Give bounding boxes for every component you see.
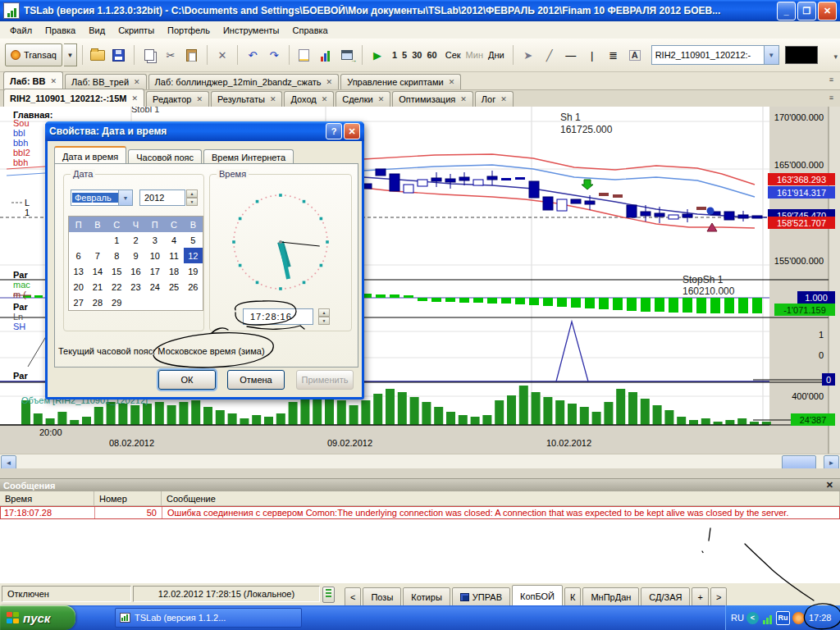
- dialog-help-button[interactable]: ?: [326, 123, 342, 139]
- interval-button[interactable]: 60: [427, 50, 436, 60]
- calendar-day[interactable]: 26: [184, 279, 203, 294]
- open-button[interactable]: [88, 44, 107, 66]
- col-message[interactable]: Сообщение: [162, 491, 840, 505]
- menu-item[interactable]: Вид: [82, 24, 112, 37]
- dialog-titlebar[interactable]: Свойства: Дата и время ? ✕: [45, 121, 364, 141]
- doc-tab[interactable]: Оптимизация✕: [392, 91, 473, 107]
- lab-tab[interactable]: Лаб: BB✕: [3, 71, 63, 89]
- transaq-dropdown-arrow[interactable]: ▼: [64, 43, 77, 66]
- hline-tool-button[interactable]: —: [561, 44, 581, 66]
- calendar-day[interactable]: 15: [107, 263, 126, 279]
- calendar-day[interactable]: 1: [107, 232, 126, 248]
- toolbar-overflow-icon[interactable]: ▾: [833, 52, 838, 61]
- copy-button[interactable]: [139, 44, 159, 66]
- workspace-tab[interactable]: СД/ЗАЯ: [641, 587, 690, 607]
- workspace-tab[interactable]: УПРАВ: [452, 587, 510, 607]
- menu-item[interactable]: Файл: [3, 24, 39, 37]
- calendar-day[interactable]: 2: [126, 232, 145, 248]
- ok-button[interactable]: ОК: [158, 370, 216, 390]
- doc-tabs-menu-icon[interactable]: ≡: [829, 94, 833, 627]
- doc-tab-close-icon[interactable]: ✕: [196, 95, 203, 103]
- chart-button[interactable]: [316, 44, 336, 66]
- year-spinner[interactable]: ▲▼: [186, 189, 198, 206]
- time-spinner[interactable]: ▲▼: [318, 308, 330, 325]
- paste-button[interactable]: [182, 44, 202, 66]
- undo-button[interactable]: ↶: [243, 44, 262, 66]
- dialog-tab[interactable]: Дата и время: [54, 146, 126, 165]
- calendar-day[interactable]: 5: [184, 232, 203, 248]
- calendar-day[interactable]: 3: [145, 232, 164, 248]
- calendar-day[interactable]: 24: [145, 279, 164, 294]
- doc-tab[interactable]: Сделки✕: [336, 91, 390, 107]
- language-indicator[interactable]: RU: [731, 613, 744, 623]
- close-button[interactable]: ✕: [818, 2, 837, 21]
- timeframe-button[interactable]: Дни: [488, 50, 504, 60]
- export-button[interactable]: [337, 44, 357, 66]
- workspace-tab[interactable]: Позы: [363, 587, 401, 607]
- workspace-tab[interactable]: Котиры: [403, 587, 450, 607]
- calendar-day[interactable]: 28: [88, 294, 107, 311]
- workspace-tab[interactable]: >: [710, 587, 727, 607]
- menu-item[interactable]: Справка: [286, 24, 335, 37]
- calendar-day[interactable]: 9: [126, 248, 145, 263]
- doc-tab[interactable]: Лог✕: [475, 91, 514, 107]
- cut-button[interactable]: ✂: [161, 44, 180, 66]
- text-tool-button[interactable]: A: [625, 44, 645, 66]
- time-field[interactable]: 17:28:16: [243, 308, 313, 325]
- calendar-day[interactable]: 20: [69, 279, 89, 294]
- minimize-button[interactable]: _: [777, 2, 796, 21]
- symbol-combo[interactable]: RIH2_110901_120212:- ▼: [651, 45, 779, 65]
- calendar-day[interactable]: 13: [69, 263, 89, 279]
- calendar-day[interactable]: 16: [126, 263, 145, 279]
- calendar[interactable]: ПВСЧПСВ123456789101112131415161718192021…: [68, 216, 203, 311]
- calendar-day[interactable]: 27: [69, 294, 89, 311]
- year-field[interactable]: 2012: [139, 189, 185, 206]
- doc-tab[interactable]: Доход✕: [284, 91, 334, 107]
- interval-button[interactable]: 30: [412, 50, 422, 60]
- menu-item[interactable]: Портфель: [161, 24, 217, 37]
- color-swatch[interactable]: [785, 46, 818, 64]
- calendar-day[interactable]: 21: [88, 279, 107, 294]
- lab-tab-close-icon[interactable]: ✕: [51, 77, 57, 85]
- chart-hscrollbar[interactable]: ◄ ►: [0, 454, 840, 469]
- dialog-close-button[interactable]: ✕: [344, 123, 360, 139]
- calendar-day[interactable]: 4: [164, 232, 183, 248]
- timeframe-button[interactable]: Сек: [445, 50, 461, 60]
- calendar-day[interactable]: 23: [126, 279, 145, 294]
- doc-tab[interactable]: Редактор✕: [146, 91, 209, 107]
- apply-button[interactable]: Применить: [296, 370, 354, 390]
- doc-tab-close-icon[interactable]: ✕: [500, 95, 507, 103]
- doc-tab-close-icon[interactable]: ✕: [460, 95, 467, 103]
- col-time[interactable]: Время: [0, 491, 94, 505]
- workspace-tab[interactable]: <: [345, 587, 361, 607]
- calendar-day[interactable]: 7: [88, 248, 107, 263]
- calendar-day[interactable]: 12: [184, 248, 203, 263]
- message-row[interactable]: 17:18:07.28 50 Ошибка соединения с серве…: [0, 506, 840, 519]
- cursor-tool-button[interactable]: ➤: [518, 44, 538, 66]
- doc-tab[interactable]: RIH2_110901_120212:-:15M✕: [3, 89, 144, 107]
- calendar-day[interactable]: 18: [164, 263, 183, 279]
- run-button[interactable]: ▶: [368, 44, 387, 66]
- doc-tab[interactable]: Результаты✕: [211, 91, 282, 107]
- redo-button[interactable]: ↷: [264, 44, 284, 66]
- calendar-day[interactable]: 8: [107, 248, 126, 263]
- calendar-day[interactable]: 10: [145, 248, 164, 263]
- calendar-day[interactable]: 6: [69, 248, 89, 263]
- interval-button[interactable]: 5: [402, 50, 407, 60]
- vline-tool-button[interactable]: |: [582, 44, 602, 66]
- transaq-button[interactable]: Transaq: [5, 43, 62, 66]
- menu-item[interactable]: Инструменты: [217, 24, 286, 37]
- menu-item[interactable]: Скрипты: [112, 24, 161, 37]
- start-button[interactable]: пуск: [0, 605, 75, 630]
- lab-tab-close-icon[interactable]: ✕: [326, 78, 333, 86]
- restore-button[interactable]: ❐: [797, 2, 816, 21]
- tray-orange-icon[interactable]: [792, 612, 805, 624]
- lab-tab[interactable]: Лаб: BB_трей✕: [65, 74, 147, 89]
- calendar-day[interactable]: 14: [88, 263, 107, 279]
- calendar-day[interactable]: 19: [184, 263, 203, 279]
- delete-button[interactable]: ✕: [212, 44, 232, 66]
- doc-tab-close-icon[interactable]: ✕: [132, 94, 139, 103]
- doc-tab-close-icon[interactable]: ✕: [378, 95, 385, 103]
- workspace-tab[interactable]: К: [564, 587, 581, 607]
- calendar-day[interactable]: 17: [145, 263, 164, 279]
